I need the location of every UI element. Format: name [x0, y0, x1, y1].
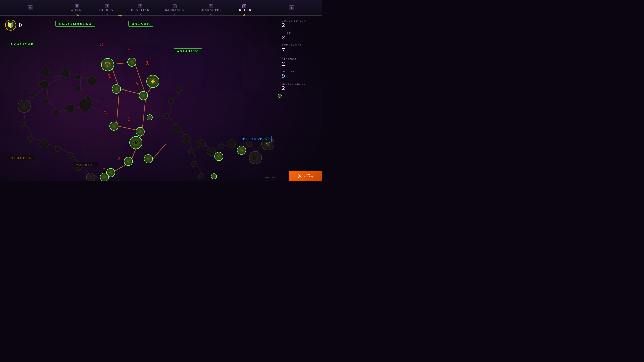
- annotation-3: 3.: [128, 116, 132, 122]
- class-trickster: TRICKSTER: [239, 136, 272, 142]
- svg-line-3: [116, 89, 119, 126]
- annotation-2: 2.: [118, 155, 122, 162]
- nav-character-label: CHARACTER: [199, 8, 222, 11]
- nav-item-journal[interactable]: J JOURNAL: [91, 3, 123, 13]
- skill-node-9[interactable]: ⚡: [146, 75, 159, 88]
- skill-node-l1[interactable]: [30, 92, 36, 98]
- stat-dexterity: DEXTERITY 9: [282, 70, 317, 79]
- nav-crafting-key: V: [138, 4, 142, 8]
- skill-node-survivor[interactable]: 🛡: [18, 100, 31, 113]
- stat-strength-label: STRENGTH: [282, 58, 317, 61]
- skill-node-r7[interactable]: [188, 148, 194, 154]
- nav-diamond-5: ◆: [243, 14, 245, 17]
- nav-character-key: N: [209, 4, 213, 8]
- skill-node-r8[interactable]: [197, 139, 206, 148]
- stat-spirit-label: SPIRIT: [282, 32, 317, 34]
- class-survivor: SURVIVOR: [8, 41, 37, 47]
- watermark-text: GAMER GUIDES: [304, 174, 314, 178]
- skill-node-6[interactable]: [139, 91, 148, 100]
- skill-node-b3[interactable]: [39, 139, 49, 148]
- annotation-9: 9.: [145, 60, 150, 66]
- nav-skills-key: H: [242, 4, 246, 8]
- skill-node-l8[interactable]: [61, 69, 70, 78]
- nav-item-backpack[interactable]: B BACKPACK: [157, 3, 192, 13]
- nav-item-skills[interactable]: H SKILLS: [229, 3, 259, 13]
- annotation-4: 4.: [103, 109, 107, 116]
- stat-intelligence-label: INTELLIGENCE: [282, 82, 317, 85]
- zoom-icon: ⊕⊕: [265, 176, 269, 179]
- skill-node-l3[interactable]: [42, 98, 48, 104]
- nav-item-character[interactable]: N CHARACTER: [192, 3, 229, 13]
- stat-spirit: SPIRIT 2: [282, 32, 317, 40]
- skill-node-4[interactable]: [109, 122, 118, 131]
- skill-node-r6[interactable]: [144, 154, 153, 163]
- annotation-1: 1.: [103, 166, 107, 173]
- skill-node-l2[interactable]: [39, 80, 49, 89]
- skill-node-b8[interactable]: [100, 173, 109, 181]
- skill-node-r13[interactable]: [218, 143, 224, 149]
- skill-node-center[interactable]: 👁: [129, 136, 142, 149]
- skill-node-r11[interactable]: [198, 173, 204, 179]
- stat-endurance-value: 7: [282, 47, 317, 53]
- node-survivor-icon: 🛡: [22, 104, 26, 108]
- skill-node-r10[interactable]: [191, 161, 197, 167]
- nav-backpack-key: B: [173, 4, 177, 8]
- skill-node-b2[interactable]: [27, 136, 33, 142]
- stat-intelligence-value: 2: [282, 85, 317, 91]
- zoom-label: Zoom: [269, 176, 275, 179]
- nav-e-key[interactable]: E: [289, 5, 294, 10]
- stat-dexterity-label: DEXTERITY: [282, 70, 317, 73]
- skill-node-l5[interactable]: [66, 104, 75, 113]
- skill-node-r4[interactable]: [182, 134, 191, 143]
- skill-node-l7[interactable]: [41, 68, 50, 77]
- class-ranger: RANGER: [128, 21, 153, 27]
- skill-node-r12[interactable]: [214, 152, 223, 161]
- nav-item-world[interactable]: M WORLD: [63, 3, 91, 13]
- skill-node-7[interactable]: [127, 58, 136, 67]
- skill-node-8[interactable]: 🏹: [101, 58, 114, 71]
- skill-node-r18[interactable]: [251, 155, 257, 161]
- skill-connections: [0, 16, 277, 181]
- watermark-top: GAMER: [304, 174, 314, 176]
- skill-node-r2[interactable]: [172, 124, 181, 133]
- class-beastmaster: BEASTMASTER: [55, 21, 95, 27]
- skill-node-r1[interactable]: [163, 113, 169, 119]
- skill-node-b4[interactable]: [55, 146, 61, 152]
- watermark-bottom: GUIDES: [304, 176, 314, 178]
- nav-crafting-label: CRAFTING: [131, 8, 150, 11]
- skill-node-r14[interactable]: [227, 139, 236, 148]
- svg-line-4: [142, 95, 146, 131]
- skill-points-count: 0: [19, 21, 22, 29]
- skill-node-l11[interactable]: [75, 85, 81, 92]
- stat-strength: STRENGTH 2: [282, 58, 317, 67]
- skill-node-3[interactable]: [136, 127, 145, 136]
- nav-q-key[interactable]: Q: [28, 5, 33, 10]
- skill-node-l4[interactable]: [52, 109, 58, 115]
- node-center-icon: 👁: [133, 139, 139, 146]
- stat-spirit-value: 2: [282, 34, 317, 40]
- skill-node-b1[interactable]: [20, 121, 26, 127]
- annotation-7: 7.: [127, 45, 132, 52]
- skill-node-l9[interactable]: [75, 74, 81, 80]
- skill-node-dex[interactable]: [147, 114, 153, 120]
- svg-line-7: [134, 62, 146, 95]
- skill-node-r15[interactable]: [237, 146, 246, 155]
- stat-endurance-label: ENDURANCE: [282, 44, 317, 47]
- stat-strength-node: [278, 94, 282, 98]
- class-athlete: ATHLETE: [8, 155, 35, 161]
- skill-node-r17[interactable]: [211, 173, 217, 179]
- skill-node-l10[interactable]: [87, 76, 96, 85]
- skill-node-r5[interactable]: [176, 87, 182, 93]
- skill-node-b7[interactable]: [86, 173, 95, 181]
- svg-line-16: [47, 78, 61, 84]
- coin-icon: 🔰: [7, 22, 14, 28]
- nav-item-crafting[interactable]: V CRAFTING: [123, 3, 157, 13]
- skill-node-r3[interactable]: [168, 98, 174, 104]
- svg-line-38: [117, 176, 123, 181]
- class-assassin: ASSASSIN: [174, 48, 202, 54]
- skill-node-5[interactable]: [112, 84, 121, 94]
- skill-node-b5[interactable]: [67, 152, 73, 158]
- skill-node-2[interactable]: [124, 157, 133, 166]
- stats-panel: CONSTITUTION 2 SPIRIT 2 ENDURANCE 7 STRE…: [277, 16, 322, 99]
- skill-node-l12[interactable]: [85, 96, 91, 102]
